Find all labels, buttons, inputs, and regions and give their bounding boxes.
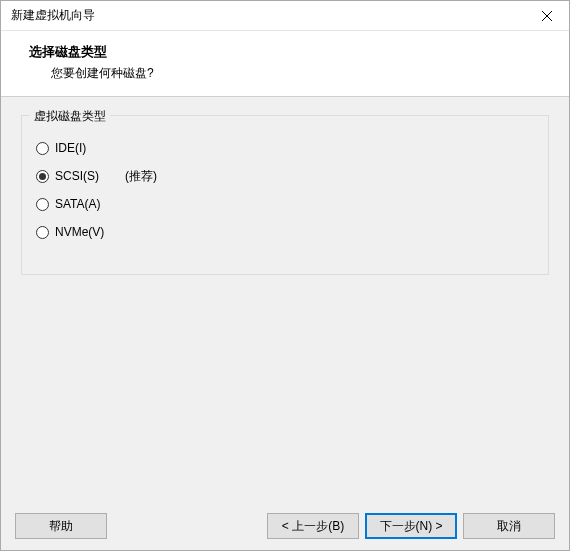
help-button[interactable]: 帮助 (15, 513, 107, 539)
cancel-button[interactable]: 取消 (463, 513, 555, 539)
page-title: 选择磁盘类型 (29, 43, 553, 61)
wizard-header: 选择磁盘类型 您要创建何种磁盘? (1, 31, 569, 97)
wizard-content: 虚拟磁盘类型 IDE(I) SCSI(S) (推荐) SATA(A) NVMe(… (1, 97, 569, 502)
group-label: 虚拟磁盘类型 (30, 108, 110, 125)
titlebar: 新建虚拟机向导 (1, 1, 569, 31)
radio-label: SATA(A) (55, 197, 101, 211)
radio-icon (36, 226, 49, 239)
radio-list: IDE(I) SCSI(S) (推荐) SATA(A) NVMe(V) (22, 120, 548, 258)
window-title: 新建虚拟机向导 (11, 7, 95, 24)
close-icon (542, 11, 552, 21)
disk-type-group: 虚拟磁盘类型 IDE(I) SCSI(S) (推荐) SATA(A) NVMe(… (21, 115, 549, 275)
radio-label: IDE(I) (55, 141, 86, 155)
radio-icon (36, 142, 49, 155)
radio-hint: (推荐) (125, 168, 157, 185)
radio-icon (36, 198, 49, 211)
close-button[interactable] (533, 6, 561, 26)
radio-option-ide[interactable]: IDE(I) (36, 134, 534, 162)
back-button[interactable]: < 上一步(B) (267, 513, 359, 539)
next-button[interactable]: 下一步(N) > (365, 513, 457, 539)
radio-option-nvme[interactable]: NVMe(V) (36, 218, 534, 246)
radio-option-scsi[interactable]: SCSI(S) (推荐) (36, 162, 534, 190)
radio-label: NVMe(V) (55, 225, 104, 239)
page-subtitle: 您要创建何种磁盘? (29, 65, 553, 82)
radio-label: SCSI(S) (55, 169, 99, 183)
wizard-footer: 帮助 < 上一步(B) 下一步(N) > 取消 (1, 502, 569, 550)
radio-option-sata[interactable]: SATA(A) (36, 190, 534, 218)
radio-icon (36, 170, 49, 183)
